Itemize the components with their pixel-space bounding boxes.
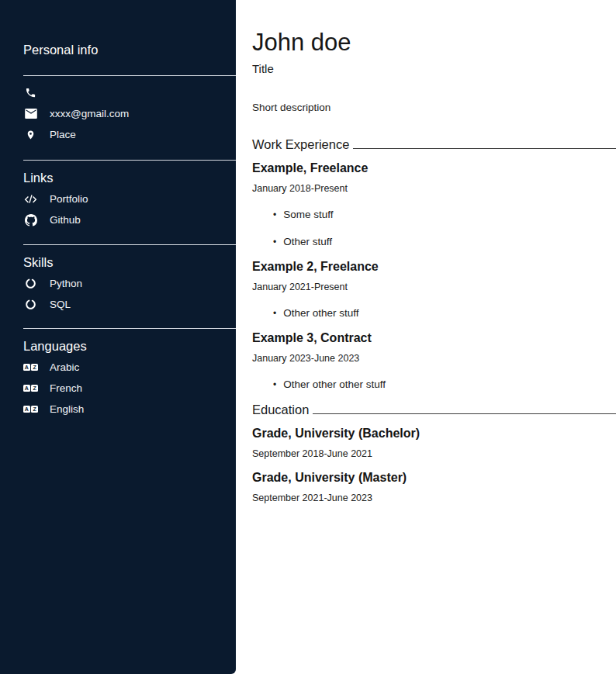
skills-heading: Skills	[23, 255, 236, 270]
divider	[23, 75, 236, 76]
education-entry-dates: September 2021-June 2023	[252, 493, 616, 503]
skill-item: Python	[23, 273, 236, 294]
letter-z: Z	[31, 385, 38, 392]
links-list: Portfolio Github	[23, 188, 236, 230]
resume-main: John doe Title Short description Work Ex…	[236, 0, 616, 674]
work-entry-dates: January 2018-Present	[252, 183, 616, 194]
envelope-icon	[23, 109, 38, 119]
work-entry-dates: January 2021-Present	[252, 282, 616, 292]
letter-a: A	[23, 385, 30, 392]
bullet-text: Other stuff	[283, 236, 332, 248]
work-entry-dates: January 2023-June 2023	[252, 353, 616, 364]
links-heading: Links	[23, 171, 236, 185]
work-entry-role: Example 3, Contract	[252, 331, 616, 345]
education-entry-degree: Grade, University (Bachelor)	[252, 427, 616, 441]
contact-list: xxxx@gmail.com Place	[23, 82, 236, 145]
person-title: Title	[252, 62, 616, 75]
work-experience-section-heading: Work Experience	[252, 137, 616, 152]
place-value: Place	[50, 129, 76, 140]
letter-z: Z	[31, 364, 38, 371]
portfolio-link-label: Portfolio	[50, 193, 88, 205]
personal-info-heading: Personal info	[23, 0, 236, 57]
link-item-github[interactable]: Github	[23, 209, 236, 230]
skill-label: SQL	[50, 299, 71, 310]
bullet-dot-icon: •	[273, 209, 276, 221]
bullet-text: Some stuff	[283, 209, 333, 221]
section-rule	[313, 413, 616, 414]
email-value: xxxx@gmail.com	[50, 108, 129, 119]
contact-item-phone	[23, 82, 236, 103]
bullet-text: Other other other stuff	[283, 378, 386, 391]
phone-icon	[23, 87, 38, 99]
circle-notch-icon	[23, 278, 38, 289]
code-icon	[23, 194, 38, 204]
work-bullet: • Other other other stuff	[252, 378, 616, 391]
link-item-portfolio[interactable]: Portfolio	[23, 188, 236, 209]
github-link-label: Github	[50, 214, 81, 226]
map-marker-icon	[23, 129, 38, 141]
work-bullet: • Other other stuff	[252, 307, 616, 320]
bullet-dot-icon: •	[273, 378, 276, 391]
work-bullet: • Other stuff	[252, 236, 616, 248]
language-icon: AZ	[23, 364, 38, 371]
language-label: French	[50, 382, 82, 394]
person-name: John doe	[252, 29, 616, 56]
work-entry-role: Example 2, Freelance	[252, 260, 616, 274]
language-icon: AZ	[23, 385, 38, 392]
bullet-dot-icon: •	[273, 307, 276, 320]
sidebar: Personal info xxxx@gmail.com Place Links	[0, 0, 236, 674]
education-entry-dates: September 2018-June 2021	[252, 448, 616, 459]
languages-list: AZ Arabic AZ French AZ English	[23, 357, 236, 420]
skill-item: SQL	[23, 294, 236, 315]
language-label: English	[50, 403, 84, 415]
circle-notch-icon	[23, 299, 38, 310]
language-icon: AZ	[23, 406, 38, 413]
bullet-dot-icon: •	[273, 236, 276, 248]
education-section-heading: Education	[252, 403, 616, 417]
letter-z: Z	[31, 406, 38, 413]
contact-item-email[interactable]: xxxx@gmail.com	[23, 103, 236, 124]
divider	[23, 244, 236, 245]
short-description: Short description	[252, 102, 616, 113]
section-rule	[353, 148, 616, 149]
language-item: AZ Arabic	[23, 357, 236, 378]
letter-a: A	[23, 406, 30, 413]
letter-a: A	[23, 364, 30, 371]
skill-label: Python	[50, 278, 82, 289]
education-entry-degree: Grade, University (Master)	[252, 471, 616, 485]
skills-list: Python SQL	[23, 273, 236, 315]
education-label: Education	[252, 403, 309, 417]
language-item: AZ English	[23, 399, 236, 420]
divider	[23, 160, 236, 161]
divider	[23, 328, 236, 329]
work-entry-role: Example, Freelance	[252, 161, 616, 175]
contact-item-place: Place	[23, 124, 236, 145]
language-item: AZ French	[23, 378, 236, 399]
bullet-text: Other other stuff	[283, 307, 358, 320]
work-experience-label: Work Experience	[252, 137, 349, 152]
languages-heading: Languages	[23, 339, 236, 354]
github-icon	[23, 214, 38, 226]
work-bullet: • Some stuff	[252, 209, 616, 221]
language-label: Arabic	[50, 361, 79, 373]
